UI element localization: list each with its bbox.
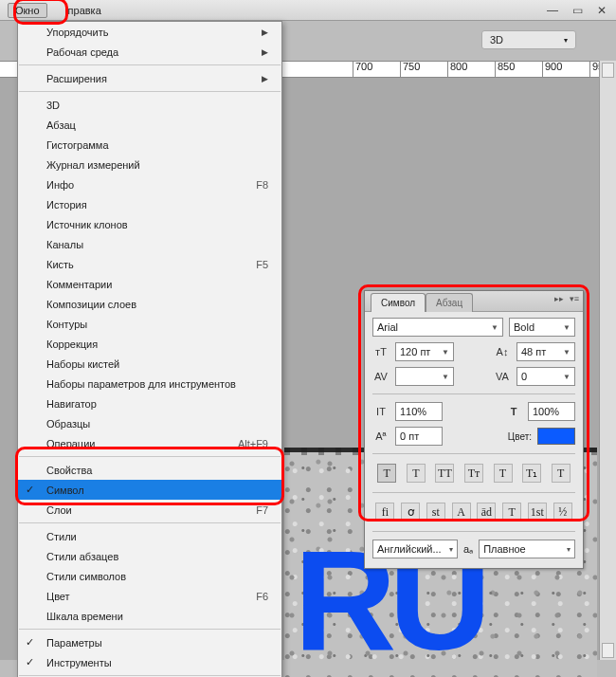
window-dropdown: Упорядочить▶ Рабочая среда▶ Расширения▶ … [17,21,282,677]
ruler-tick: 900 [542,62,562,78]
font-weight-select[interactable]: Bold▼ [509,318,575,337]
menu-arrange[interactable]: Упорядочить▶ [18,22,281,42]
submenu-arrow-icon: ▶ [262,74,268,83]
menu-item[interactable]: Образцы [18,413,281,433]
menu-separator [19,91,281,92]
panel-separator [372,453,575,454]
menu-character[interactable]: ✓Символ [18,480,281,500]
type-style-button[interactable]: ād [477,503,496,521]
tab-character[interactable]: Символ [371,293,426,312]
submenu-arrow-icon: ▶ [262,47,268,57]
ruler-tick: 850 [495,62,515,78]
menu-item[interactable]: Комментарии [18,274,281,294]
type-style-button[interactable]: T [494,464,513,483]
font-size-icon: тT [372,343,390,360]
chevron-down-icon: ▾ [567,545,571,554]
menu-item[interactable]: 3D [18,95,281,115]
menu-item[interactable]: ИнфоF8 [18,174,281,194]
menu-layers[interactable]: СлоиF7 [18,500,281,520]
app-window: Окно правка — ▭ ✕ 3D ▾ 700 750 800 850 9… [0,0,616,677]
chevron-down-icon: ▼ [563,373,571,381]
menu-item[interactable]: Коррекция [18,334,281,354]
chevron-down-icon: ▼ [442,348,449,357]
menu-item[interactable]: ОперацииAlt+F9 [18,433,281,453]
menubar: Окно правка [0,0,616,21]
character-panel: Символ Абзац ▸▸ ▾≡ Arial▼ Bold▼ тT 120 п… [364,290,584,569]
kerning-input[interactable]: ▼ [395,367,454,386]
ruler-tick: 950 [589,62,599,78]
menu-item[interactable]: Гистограмма [18,135,281,155]
window-controls: — ▭ ✕ [546,4,608,17]
vertical-scrollbar[interactable] [599,61,616,660]
type-style-button[interactable]: ơ [401,503,420,521]
menu-item[interactable]: Наборы кистей [18,354,281,374]
workspace-switcher[interactable]: 3D ▾ [481,30,576,49]
antialias-select[interactable]: Плавное▾ [479,540,575,558]
font-size-input[interactable]: 120 пт▼ [395,342,454,361]
type-style-button[interactable]: T [502,503,521,521]
tracking-input[interactable]: 0▼ [516,367,575,386]
type-style-button[interactable]: TT [435,464,454,483]
type-style-button[interactable]: T [552,464,571,483]
hscale-icon: T [505,403,522,420]
menu-item[interactable]: Шкала времени [18,606,281,626]
menu-separator [19,64,281,65]
horizontal-scale-input[interactable]: 100% [528,402,575,421]
menu-item[interactable]: Журнал измерений [18,155,281,174]
menu-item[interactable]: Навигатор [18,393,281,413]
menu-item[interactable]: Источник клонов [18,214,281,234]
color-label: Цвет: [508,431,532,442]
menu-workspace[interactable]: Рабочая среда▶ [18,42,281,62]
menu-extensions: Расширения▶ [18,68,281,88]
menu-item[interactable]: Композиции слоев [18,294,281,314]
menu-item[interactable]: ЦветF6 [18,586,281,606]
tab-paragraph[interactable]: Абзац [426,293,473,312]
type-style-button[interactable]: fi [375,503,394,521]
type-style-button[interactable]: ½ [553,503,572,521]
ruler-tick: 750 [400,62,420,78]
menu-window[interactable]: Окно [8,3,47,18]
menu-item[interactable]: Стили [18,526,281,546]
leading-icon: A↕ [494,343,511,360]
maximize-icon[interactable]: ▭ [571,4,584,17]
menu-options[interactable]: ✓Параметры [18,632,281,652]
menu-tools[interactable]: ✓Инструменты [18,652,281,672]
minimize-icon[interactable]: — [546,4,559,17]
type-style-button[interactable]: Tт [464,464,483,483]
type-style-row: TTTTTтTT₁T [372,462,575,485]
menu-item[interactable]: Наборы параметров для инструментов [18,374,281,393]
type-style-button[interactable]: A [452,503,471,521]
close-icon[interactable]: ✕ [595,4,608,17]
color-swatch[interactable] [537,428,575,445]
type-style-button[interactable]: T [407,464,426,483]
type-style-button[interactable]: T [377,464,396,483]
chevron-down-icon: ▼ [563,323,571,332]
panel-body: Arial▼ Bold▼ тT 120 пт▼ A↕ 48 пт▼ AV ▼ V… [365,312,583,568]
type-style-button[interactable]: T₁ [522,464,541,483]
menu-separator [19,522,281,523]
vertical-scale-input[interactable]: 110% [395,402,443,421]
language-select[interactable]: Английский...▾ [372,540,458,558]
checkmark-icon: ✓ [26,636,34,649]
chevron-down-icon: ▼ [563,348,571,357]
opentype-row: fiơstAādT1st½ [372,501,575,523]
menu-item[interactable]: Стили символов [18,566,281,586]
checkmark-icon: ✓ [26,484,34,496]
menu-item[interactable]: КистьF5 [18,254,281,274]
menu-item[interactable]: Стили абзацев [18,546,281,566]
menu-separator [19,629,281,630]
menu-item[interactable]: Контуры [18,314,281,334]
menu-properties[interactable]: Свойства [18,460,281,480]
leading-input[interactable]: 48 пт▼ [516,342,575,361]
collapse-icon[interactable]: ▸▸ [554,294,564,303]
menu-help[interactable]: правка [61,3,109,18]
menu-item[interactable]: Каналы [18,234,281,254]
baseline-shift-input[interactable]: 0 пт [395,427,443,446]
panel-tabs: Символ Абзац ▸▸ ▾≡ [365,291,583,312]
menu-item[interactable]: История [18,194,281,214]
panel-menu-icon[interactable]: ▾≡ [570,294,579,303]
type-style-button[interactable]: 1st [528,503,547,521]
menu-item[interactable]: Абзац [18,115,281,135]
type-style-button[interactable]: st [426,503,445,521]
font-family-select[interactable]: Arial▼ [372,318,503,337]
